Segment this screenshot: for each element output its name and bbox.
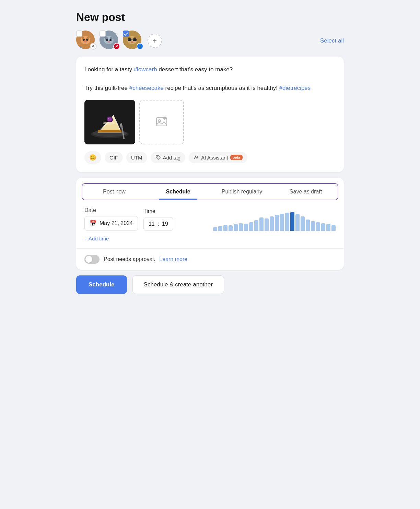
ai-assistant-button[interactable]: AI Assistant beta [189,152,247,163]
social-badge-facebook: f [137,43,143,50]
svg-point-13 [109,39,112,41]
svg-point-39 [108,118,109,119]
account-1[interactable]: 🐾 G [76,31,97,51]
chart-bar-23 [331,225,336,231]
post-editor: Looking for a tasty #lowcarb dessert tha… [76,57,344,172]
chart-bar-21 [321,223,325,231]
svg-point-22 [128,39,129,40]
chart-bar-4 [234,224,238,230]
svg-point-14 [107,41,110,43]
post-hashtag-2: #cheesecake [129,85,164,91]
footer-row: Schedule Schedule & create another [76,275,344,297]
add-media-slot[interactable] [139,100,184,144]
schedule-create-another-button[interactable]: Schedule & create another [132,275,224,294]
chart-bar-3 [229,225,233,230]
svg-point-1 [81,36,90,44]
media-image-1[interactable] [84,100,135,144]
ai-icon [194,155,199,160]
learn-more-link[interactable]: Learn more [159,256,187,262]
tab-post-now-label: Post now [103,189,126,194]
schedule-panel: Post now Schedule Publish regularly Save… [76,178,344,270]
schedule-body: Date 📅 May 21, 2024 Time 11 : 19 [76,200,344,248]
select-all-button[interactable]: Select all [320,37,344,44]
chart-bar-17 [301,216,305,230]
ai-beta-badge: beta [230,155,243,160]
add-account-button[interactable]: + [148,34,162,48]
page-container: New post 🐾 G [76,11,344,297]
utm-button[interactable]: UTM [126,152,147,163]
chart-bar-1 [218,226,222,231]
tab-schedule-label: Schedule [166,189,190,194]
chart-bar-6 [244,224,248,231]
accounts-row: 🐾 G P [76,31,344,51]
tab-post-now[interactable]: Post now [82,184,146,200]
emoji-button[interactable]: 😊 [84,151,101,164]
svg-rect-41 [156,118,167,126]
svg-point-46 [197,156,198,156]
tag-icon [155,155,161,160]
emoji-icon: 😊 [89,154,96,161]
chart-bar-11 [270,216,274,230]
ai-label: AI Assistant [201,155,228,161]
schedule-button[interactable]: Schedule [76,275,127,294]
tab-publish-regularly[interactable]: Publish regularly [210,184,274,200]
account-3[interactable]: f [123,31,143,51]
tabs-row: Post now Schedule Publish regularly Save… [82,183,338,200]
add-time-label: + Add time [84,236,109,241]
post-content[interactable]: Looking for a tasty #lowcarb dessert tha… [84,65,336,93]
media-row [84,100,336,144]
post-text-4: recipe that's as scrumptious as it is he… [164,85,279,91]
svg-point-23 [133,39,135,40]
svg-text:🐾: 🐾 [80,46,83,49]
account-checkbox-1[interactable] [76,31,82,37]
chart-bar-20 [316,222,320,231]
tab-save-as-draft[interactable]: Save as draft [274,184,338,200]
date-field-group: Date 📅 May 21, 2024 [84,207,138,231]
chart-bar-15 [290,212,294,231]
svg-point-42 [159,120,161,122]
cheesecake-illustration [84,100,135,144]
social-badge-google: G [90,43,97,50]
time-field-group: Time 11 : 19 [143,208,173,231]
date-value: May 21, 2024 [100,220,133,226]
add-tag-button[interactable]: Add tag [151,152,186,163]
tab-publish-regularly-label: Publish regularly [222,189,262,194]
chart-bar-22 [326,224,330,230]
account-2[interactable]: P [100,31,120,51]
add-media-icon [155,116,168,128]
post-hashtag-1: #lowcarb [134,66,157,73]
chart-bar-13 [280,214,284,231]
page-title: New post [76,11,344,24]
time-label: Time [143,208,173,214]
tab-schedule[interactable]: Schedule [146,184,210,200]
gif-label: GIF [109,155,118,161]
account-checkbox-3[interactable] [123,31,129,37]
time-colon: : [158,221,159,227]
svg-point-12 [106,39,108,41]
chart-bar-0 [213,227,217,231]
calendar-icon: 📅 [90,220,97,227]
post-hashtag-3: #dietrecipes [279,85,311,91]
chart-bar-9 [259,217,264,231]
svg-point-40 [103,122,115,125]
chart-bar-16 [295,214,300,230]
time-input[interactable]: 11 : 19 [143,217,173,231]
svg-marker-35 [98,130,121,132]
date-input[interactable]: 📅 May 21, 2024 [84,216,138,231]
approval-text: Post needs approval. [104,256,155,262]
add-tag-label: Add tag [163,155,181,161]
approval-toggle[interactable] [84,255,100,264]
chart-bar-19 [311,221,315,231]
chart-bar-18 [306,220,310,231]
post-text-2: dessert that's easy to make? [157,66,233,73]
chart-bar-10 [265,218,269,231]
gif-button[interactable]: GIF [105,152,123,163]
svg-point-45 [156,156,157,157]
svg-point-4 [83,39,85,41]
engagement-chart [213,212,336,231]
date-label: Date [84,207,138,213]
add-time-button[interactable]: + Add time [84,236,109,241]
account-checkbox-2[interactable] [100,31,106,37]
approval-row: Post needs approval. Learn more [76,248,344,270]
social-badge-pinterest: P [113,43,120,50]
